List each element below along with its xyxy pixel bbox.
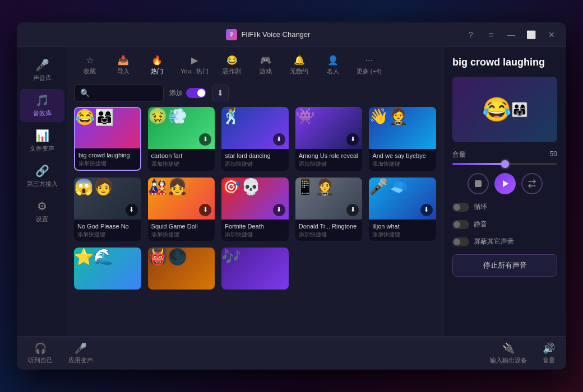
stop-button[interactable] xyxy=(468,173,489,194)
mute-others-label: 屏蔽其它声音 xyxy=(474,237,514,246)
sounds-grid: 😂👨‍👩‍👧 big crowd laughing 添加快捷键 🤢💨 ⬇ car… xyxy=(67,107,443,336)
mute-toggle-thumb xyxy=(454,221,460,228)
bottom-bar: 🎧 听到自己 🎤 应用变声 🔌 输入输出设备 🔊 音量 xyxy=(17,336,566,370)
waveform-icon: 📊 xyxy=(35,129,49,142)
loop-single-button[interactable] xyxy=(521,173,543,194)
sound-card-10[interactable]: 🎤🧢 ⬇ liljon what 添加快捷键 xyxy=(369,178,436,241)
apply-voice-button[interactable]: 🎤 应用变声 xyxy=(68,342,93,365)
tab-games[interactable]: 🎮 游戏 xyxy=(250,52,281,79)
card-thumbnail-7: 🎎👧 ⬇ xyxy=(148,178,215,220)
card-thumbnail-1: 😂👨‍👩‍👧 xyxy=(75,108,140,148)
mute-label: 静音 xyxy=(474,220,487,229)
stop-all-button[interactable]: 停止所有声音 xyxy=(452,254,557,277)
card-info-1: big crowd laughing 添加快捷键 xyxy=(75,148,140,170)
dots-icon: ··· xyxy=(365,55,373,66)
minimize-button[interactable]: — xyxy=(506,29,517,40)
volume-icon: 🔊 xyxy=(543,342,555,354)
card-thumbnail-2: 🤢💨 ⬇ xyxy=(148,107,215,149)
card-thumbnail-3: 🕺 ⬇ xyxy=(221,107,289,149)
mute-toggle[interactable] xyxy=(452,220,469,229)
download-overlay-10: ⬇ xyxy=(420,204,433,216)
apply-icon: 🎤 xyxy=(75,342,87,354)
mute-others-toggle[interactable] xyxy=(452,237,469,246)
sidebar-item-file-voice[interactable]: 📊 文件变声 xyxy=(20,124,64,157)
sidebar-item-voice-library[interactable]: 🎤 声音库 xyxy=(20,54,64,87)
card-info-5: And we say byebye 添加快捷键 xyxy=(369,149,436,170)
tab-import[interactable]: 📥 导入 xyxy=(108,52,139,79)
search-input-wrap[interactable]: 🔍 xyxy=(74,85,164,101)
bottom-right: 🔌 输入输出设备 🔊 音量 xyxy=(490,342,555,365)
play-button[interactable] xyxy=(494,173,516,194)
download-button[interactable]: ⬇ xyxy=(212,85,229,101)
sound-card-9[interactable]: 📱🤵 ⬇ Donald Tr... Ringtone 添加快捷键 xyxy=(295,178,363,241)
search-icon: 🔍 xyxy=(80,88,90,97)
music-icon: 🎵 xyxy=(35,94,49,107)
sound-card-2[interactable]: 🤢💨 ⬇ cartoon fart 添加快捷键 xyxy=(148,107,215,171)
mute-others-toggle-row: 屏蔽其它声音 xyxy=(452,237,557,246)
tab-no-copyright[interactable]: 🔔 无覅约 xyxy=(284,52,315,79)
sidebar-item-sound-effects[interactable]: 🎵 音效库 xyxy=(20,89,64,122)
gear-icon: ⚙ xyxy=(37,199,47,213)
card-thumbnail-8: 🎯💀 ⬇ xyxy=(221,178,289,220)
sound-card-7[interactable]: 🎎👧 ⬇ Squid Game Doll 添加快捷键 xyxy=(148,178,215,241)
volume-section: 音量 50 xyxy=(452,150,557,165)
download-overlay-6: ⬇ xyxy=(126,204,138,216)
add-toggle[interactable] xyxy=(186,88,206,98)
help-button[interactable]: ? xyxy=(465,29,476,40)
volume-button[interactable]: 🔊 音量 xyxy=(543,342,555,365)
title-bar: 🎙 FliFlik Voice Changer ? ≡ — ⬜ ✕ xyxy=(17,22,566,47)
maximize-button[interactable]: ⬜ xyxy=(526,29,537,40)
loop-toggle[interactable] xyxy=(452,203,469,212)
playback-controls xyxy=(452,173,557,194)
download-overlay-4: ⬇ xyxy=(346,133,359,146)
volume-slider[interactable] xyxy=(452,163,557,165)
tab-favorites[interactable]: ☆ 收藏 xyxy=(74,52,105,79)
tab-drama[interactable]: 😂 恶作剧 xyxy=(216,52,248,79)
svg-rect-0 xyxy=(475,180,482,187)
youtube-icon: ▶ xyxy=(191,55,198,66)
tab-more[interactable]: ··· 更多 (+4) xyxy=(351,52,387,79)
import-icon: 📥 xyxy=(118,55,129,66)
star-icon: ☆ xyxy=(86,55,94,66)
main-content: 🎤 声音库 🎵 音效库 📊 文件变声 🔗 第三方接入 ⚙ 设置 xyxy=(17,47,566,336)
tab-trending[interactable]: 🔥 热门 xyxy=(141,52,173,79)
sound-card-6[interactable]: 😱🧑 ⬇ No God Please No 添加快捷键 xyxy=(74,178,141,241)
volume-label: 音量 xyxy=(452,150,466,160)
search-input[interactable] xyxy=(93,89,158,97)
download-overlay-3: ⬇ xyxy=(273,133,285,146)
panel-title: big crowd laughing xyxy=(452,56,557,69)
card-thumbnail-9: 📱🤵 ⬇ xyxy=(295,178,363,220)
sound-card-5[interactable]: 👋🤵 And we say byebye 添加快捷键 xyxy=(369,107,436,171)
link-icon: 🔗 xyxy=(35,164,49,178)
sound-card-3[interactable]: 🕺 ⬇ star lord dancing 添加快捷键 xyxy=(221,107,289,171)
listen-icon: 🎧 xyxy=(34,342,47,354)
sound-card-1[interactable]: 😂👨‍👩‍👧 big crowd laughing 添加快捷键 xyxy=(74,107,141,171)
center-area: ☆ 收藏 📥 导入 🔥 热门 ▶ You...热门 😂 恶作剧 xyxy=(67,47,443,336)
tab-celebrities[interactable]: 👤 名人 xyxy=(317,52,349,79)
toggle-thumb xyxy=(197,89,205,97)
sound-card-8[interactable]: 🎯💀 ⬇ Fortnite Death 添加快捷键 xyxy=(221,178,289,241)
download-overlay-2: ⬇ xyxy=(199,133,211,146)
search-bar: 🔍 添加 ⬇ xyxy=(67,79,443,107)
sound-card-12[interactable]: 👹🌑 xyxy=(148,248,215,290)
close-button[interactable]: ✕ xyxy=(546,29,557,40)
svg-marker-1 xyxy=(503,180,508,187)
app-title: FliFlik Voice Changer xyxy=(242,30,311,39)
add-toggle-wrap: 添加 xyxy=(169,88,206,98)
title-bar-center: 🎙 FliFlik Voice Changer xyxy=(226,29,311,40)
volume-thumb xyxy=(501,160,509,168)
io-icon: 🔌 xyxy=(502,342,515,354)
nav-tabs: ☆ 收藏 📥 导入 🔥 热门 ▶ You...热门 😂 恶作剧 xyxy=(67,47,443,79)
listen-self-button[interactable]: 🎧 听到自己 xyxy=(28,342,53,365)
menu-button[interactable]: ≡ xyxy=(485,29,497,40)
download-overlay-9: ⬇ xyxy=(346,204,359,216)
sidebar-item-settings[interactable]: ⚙ 设置 xyxy=(20,195,64,228)
sidebar-item-third-party[interactable]: 🔗 第三方接入 xyxy=(20,160,64,193)
sound-card-4[interactable]: 👾 ⬇ Among Us role reveal 添加快捷键 xyxy=(295,107,363,171)
tab-youtube[interactable]: ▶ You...热门 xyxy=(175,52,214,79)
title-bar-controls: ? ≡ — ⬜ ✕ xyxy=(465,29,557,40)
io-devices-button[interactable]: 🔌 输入输出设备 xyxy=(490,342,527,365)
sound-card-11[interactable]: ⭐🌊 xyxy=(74,248,141,290)
sound-card-13[interactable]: 🎶 xyxy=(221,248,289,290)
person-icon: 👤 xyxy=(327,55,339,66)
